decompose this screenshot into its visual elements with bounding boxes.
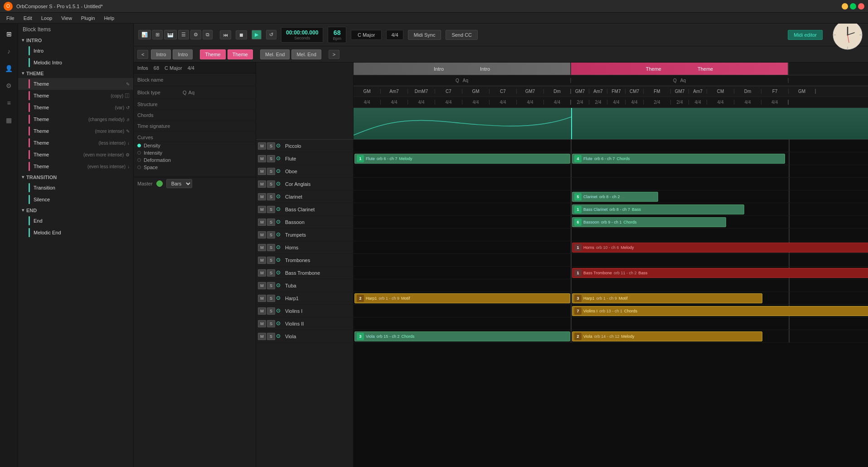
cor-mute-btn[interactable]: M (258, 180, 266, 188)
trombones-solo-btn[interactable]: S (267, 257, 275, 264)
sidebar-item-theme-var[interactable]: Theme (var) ↺ (18, 102, 133, 113)
curve-deformation[interactable]: Deformation (134, 156, 256, 164)
sidebar-item-theme-even-less[interactable]: Theme (even less intense) ↓ (18, 161, 133, 172)
harp-solo-btn[interactable]: S (267, 295, 275, 302)
trumpets-mute-btn[interactable]: M (258, 231, 266, 238)
violins-i-solo-btn[interactable]: S (267, 307, 275, 315)
send-cc-button[interactable]: Send CC (446, 30, 478, 40)
settings-icon[interactable]: ⚙ (2, 79, 16, 92)
sidebar-item-melodic-intro[interactable]: Melodic Intro (18, 57, 133, 68)
blocks-icon[interactable]: ⊞ (2, 27, 16, 41)
flute-mute-btn[interactable]: M (258, 155, 266, 162)
user-icon[interactable]: 👤 (2, 62, 16, 75)
intro-flute-segment[interactable]: 1 Flute orb 6 - ch 7 Melody (354, 154, 570, 164)
section-intro-header[interactable]: ▾ INTRO (18, 35, 133, 45)
time-sig-display[interactable]: 4/4 (386, 30, 403, 40)
trumpets-solo-btn[interactable]: S (267, 231, 275, 238)
harp-mute-btn[interactable]: M (258, 295, 266, 302)
sidebar-item-intro[interactable]: Intro (18, 45, 133, 57)
oboe-mute-btn[interactable]: M (258, 168, 266, 175)
track-content[interactable]: 1 Flute orb 6 - ch 7 Melody 4 Flute (354, 140, 868, 467)
menu-help[interactable]: Help (99, 15, 119, 22)
bass-clar-solo-btn[interactable]: S (267, 206, 275, 213)
rewind-button[interactable]: ⏮ (220, 30, 231, 39)
cor-solo-btn[interactable]: S (267, 180, 275, 188)
block-tab-theme-2[interactable]: Theme (228, 49, 253, 59)
stop-button[interactable]: ⏹ (236, 30, 247, 39)
curve-intensity[interactable]: Intensity (134, 149, 256, 156)
section-end-header[interactable]: ▾ END (18, 205, 133, 215)
theme-bassoon-segment[interactable]: 6 Bassoon orb 9 - ch 1 Chords (572, 217, 726, 227)
piano-icon[interactable]: ♪ (2, 44, 16, 58)
sidebar-item-theme-more[interactable]: Theme (more intense) ✎ (18, 125, 133, 137)
list-btn[interactable]: ☰ (178, 30, 189, 39)
midi-sync-button[interactable]: Midi Sync (408, 30, 441, 40)
mixer-icon[interactable]: ≡ (2, 96, 16, 110)
section-transition-header[interactable]: ▾ TRANSITION (18, 172, 133, 182)
close-button[interactable] (858, 3, 864, 10)
menu-file[interactable]: File (2, 15, 19, 22)
menu-edit[interactable]: Edit (19, 15, 37, 22)
sidebar-item-theme-even-more[interactable]: Theme (even more intense) ⚙ (18, 149, 133, 161)
bars-dropdown[interactable]: Bars (166, 179, 192, 188)
bassoon-mute-btn[interactable]: M (258, 219, 266, 226)
block-tab-theme-1[interactable]: Theme (200, 49, 225, 59)
block-tab-intro-1[interactable]: Intro (151, 49, 171, 59)
piccolo-mute-btn[interactable]: M (258, 142, 266, 150)
sidebar-item-melodic-end[interactable]: Melodic End (18, 227, 133, 238)
clarinet-mute-btn[interactable]: M (258, 193, 266, 200)
sidebar-item-transition[interactable]: Transition (18, 182, 133, 194)
horns-solo-btn[interactable]: S (267, 244, 275, 251)
sidebar-item-theme-copy[interactable]: Theme (copy) ⿰ (18, 90, 133, 102)
loop-button[interactable]: ↺ (266, 30, 276, 39)
piano-btn[interactable]: 🎹 (164, 30, 177, 39)
piccolo-solo-btn[interactable]: S (267, 142, 275, 150)
bass-trom-mute-btn[interactable]: M (258, 269, 266, 277)
sidebar-item-end[interactable]: End (18, 215, 133, 227)
bpm-display[interactable]: 68 Bpm (328, 27, 346, 43)
curve-space[interactable]: Space (134, 164, 256, 171)
sidebar-item-theme[interactable]: Theme ✎ (18, 78, 133, 90)
minimize-button[interactable] (842, 3, 848, 10)
copy-btn[interactable]: ⧉ (203, 30, 213, 39)
theme-bass-clar-segment[interactable]: 1 Bass Clarinet orb 8 - ch 7 Bass (572, 204, 744, 214)
bass-trom-solo-btn[interactable]: S (267, 269, 275, 277)
violins-i-mute-btn[interactable]: M (258, 307, 266, 315)
curve-density[interactable]: Density (134, 142, 256, 149)
theme-violins-segment[interactable]: 7 Violins I orb 13 - ch 1 Chords (572, 306, 868, 316)
sidebar-item-silence[interactable]: Silence (18, 194, 133, 205)
theme-viola-segment[interactable]: 2 Viola orb 14 - ch 12 Melody (572, 331, 762, 341)
violins-ii-mute-btn[interactable]: M (258, 320, 266, 327)
sidebar-item-theme-less[interactable]: Theme (less intense) ↓ (18, 137, 133, 149)
theme-harp-segment[interactable]: 3 Harp1 orb 1 - ch 9 Motif (572, 293, 762, 303)
theme-flute-segment[interactable]: 4 Flute orb 6 - ch 7 Chords (572, 154, 785, 164)
theme-horns-segment[interactable]: 1 Horns orb 10 - ch 6 Melody (572, 243, 868, 253)
bass-clar-mute-btn[interactable]: M (258, 206, 266, 213)
horns-mute-btn[interactable]: M (258, 244, 266, 251)
block-tab-mel-end-1[interactable]: Mel. End (260, 49, 290, 59)
block-tab-mel-end-2[interactable]: Mel. End (291, 49, 321, 59)
intro-harp-segment[interactable]: 2 Harp1 orb 1 - ch 9 Motif (354, 293, 570, 303)
menu-view[interactable]: View (57, 15, 77, 22)
menu-loop[interactable]: Loop (37, 15, 57, 22)
trombones-mute-btn[interactable]: M (258, 257, 266, 264)
block-tab-intro-2[interactable]: Intro (173, 49, 193, 59)
settings-btn2[interactable]: ⚙ (190, 30, 201, 39)
tuba-mute-btn[interactable]: M (258, 282, 266, 289)
menu-plugin[interactable]: Plugin (77, 15, 100, 22)
theme-bass-trom-segment[interactable]: 1 Bass Trombone orb 11 - ch 2 Bass (572, 268, 868, 278)
next-block-btn[interactable]: > (329, 50, 339, 59)
clarinet-solo-btn[interactable]: S (267, 193, 275, 200)
theme-clarinet-segment[interactable]: 5 Clarinet orb 8 - ch 2 ... (572, 192, 658, 202)
bassoon-solo-btn[interactable]: S (267, 219, 275, 226)
grid-btn[interactable]: ⊞ (152, 30, 163, 39)
play-button[interactable]: ▶ (252, 30, 262, 39)
sidebar-item-theme-changes[interactable]: Theme (changes melody) ♬ (18, 113, 133, 125)
prev-block-btn[interactable]: < (137, 50, 148, 59)
maximize-button[interactable] (850, 3, 856, 10)
intro-viola-segment[interactable]: 3 Viola orb 15 - ch 2 Chords (354, 331, 570, 341)
midi-editor-button[interactable]: Midi editor (788, 30, 823, 40)
stats-icon[interactable]: ▦ (2, 113, 16, 127)
flute-solo-btn[interactable]: S (267, 155, 275, 162)
section-theme-header[interactable]: ▾ THEME (18, 68, 133, 78)
